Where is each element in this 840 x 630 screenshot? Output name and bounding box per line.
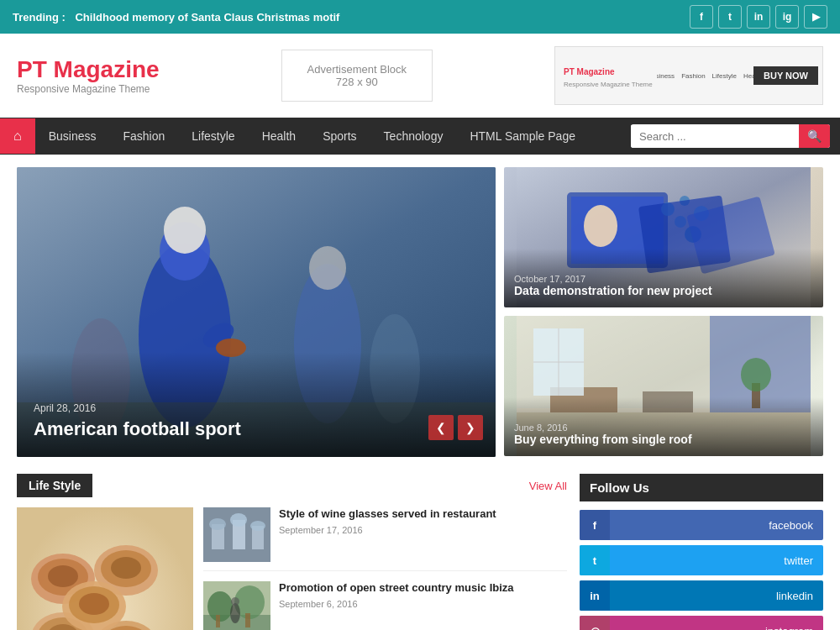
linkedin-icon: in — [580, 580, 610, 611]
main-content: April 28, 2016 American football sport ❮… — [0, 155, 840, 630]
hero-card-1[interactable]: October 17, 2017 Data demonstration for … — [504, 167, 823, 307]
hero-date: April 28, 2016 — [34, 402, 479, 414]
site-header: PT Magazine Responsive Magazine Theme Ad… — [0, 34, 840, 118]
pastry-svg — [17, 507, 193, 630]
social-top-twitter[interactable]: t — [718, 5, 742, 29]
svg-point-63 — [230, 603, 240, 623]
instagram-follow-btn[interactable]: ◎ instagram — [580, 616, 823, 630]
card1-title: Data demonstration for new project — [514, 284, 813, 297]
facebook-icon: f — [580, 510, 610, 540]
svg-point-56 — [250, 521, 265, 531]
social-top-linkedin[interactable]: in — [747, 5, 770, 29]
lifestyle-section: Life Style View All — [17, 474, 823, 630]
ad-line1: Advertisement Block — [307, 63, 407, 76]
nav-sports[interactable]: Sports — [309, 118, 370, 155]
svg-point-32 — [741, 358, 771, 391]
lifestyle-main: Life Style View All — [17, 474, 567, 630]
nav-health[interactable]: Health — [249, 118, 309, 155]
facebook-follow-btn[interactable]: f facebook — [580, 510, 823, 540]
hero-card-2-overlay: June 8, 2016 Buy everything from single … — [504, 397, 823, 456]
lifestyle-articles-list: Style of wine glasses served in restaura… — [203, 507, 567, 630]
sidebar: Follow Us f facebook t twitter in linked… — [580, 474, 823, 630]
twitter-follow-btn[interactable]: t twitter — [580, 545, 823, 575]
hero-overlay: April 28, 2016 American football sport — [17, 352, 496, 457]
hero-next-button[interactable]: ❯ — [458, 415, 483, 440]
svg-point-64 — [231, 597, 239, 606]
linkedin-follow-btn[interactable]: in linkedin — [580, 580, 823, 611]
nav-technology[interactable]: Technology — [370, 118, 457, 155]
header-preview: PT Magazine Responsive Magazine Theme Bu… — [554, 46, 823, 105]
svg-point-39 — [111, 557, 141, 579]
hero-card-1-overlay: October 17, 2017 Data demonstration for … — [504, 249, 823, 307]
card2-date: June 8, 2016 — [514, 423, 813, 433]
advertisement-block: Advertisement Block 728 x 90 — [281, 50, 433, 102]
article-info-2: Promotion of open street country music I… — [279, 581, 514, 609]
site-logo[interactable]: PT Magazine — [17, 56, 160, 83]
hero-right-cards: October 17, 2017 Data demonstration for … — [504, 167, 823, 457]
svg-point-7 — [309, 246, 346, 290]
svg-rect-62 — [245, 613, 250, 627]
social-icons-top: f t in ig ▶ — [690, 5, 827, 29]
list-item: Promotion of open street country music I… — [203, 581, 567, 630]
main-nav: ⌂ Business Fashion Lifestyle Health Spor… — [0, 118, 840, 155]
search-button[interactable]: 🔍 — [799, 124, 830, 148]
article-title-2[interactable]: Promotion of open street country music I… — [279, 581, 514, 596]
follow-us-header: Follow Us — [580, 474, 823, 501]
article-thumb-1-svg — [203, 507, 270, 562]
card1-date: October 17, 2017 — [514, 274, 813, 284]
social-top-facebook[interactable]: f — [690, 5, 713, 29]
svg-rect-61 — [216, 615, 220, 627]
lifestyle-header-bar: Life Style View All — [17, 474, 567, 497]
facebook-label: facebook — [610, 519, 823, 532]
article-thumb-2 — [203, 581, 270, 630]
twitter-icon: t — [580, 545, 610, 575]
article-info-1: Style of wine glasses served in restaura… — [279, 507, 496, 535]
hero-prev-button[interactable]: ❮ — [428, 415, 454, 440]
site-tagline: Responsive Magazine Theme — [17, 83, 160, 95]
nav-html-sample[interactable]: HTML Sample Page — [456, 118, 589, 155]
svg-point-48 — [79, 593, 109, 615]
instagram-icon: ◎ — [580, 616, 610, 630]
nav-fashion[interactable]: Fashion — [109, 118, 178, 155]
nav-search-box: 🔍 — [631, 124, 830, 148]
nav-lifestyle[interactable]: Lifestyle — [178, 118, 248, 155]
trending-content: Childhood memory of Santa Claus Christma… — [75, 11, 339, 24]
nav-business[interactable]: Business — [35, 118, 110, 155]
hero-navigation: ❮ ❯ — [428, 415, 483, 440]
trending-text: Trending : Childhood memory of Santa Cla… — [13, 11, 346, 24]
logo-area: PT Magazine Responsive Magazine Theme — [17, 56, 160, 95]
preview-buy-button[interactable]: BUY NOW — [753, 66, 818, 85]
nav-home-button[interactable]: ⌂ — [0, 118, 35, 154]
hero-section: April 28, 2016 American football sport ❮… — [17, 167, 823, 457]
hero-title: American football sport — [34, 418, 479, 440]
svg-point-36 — [48, 565, 78, 587]
trending-label: Trending : — [13, 11, 66, 24]
hero-main-article[interactable]: April 28, 2016 American football sport ❮… — [17, 167, 496, 457]
svg-point-14 — [584, 205, 617, 247]
article-title-1[interactable]: Style of wine glasses served in restaura… — [279, 507, 496, 522]
search-input[interactable] — [631, 125, 799, 148]
social-follow-list: f facebook t twitter in linkedin ◎ insta… — [580, 510, 823, 630]
trending-bar: Trending : Childhood memory of Santa Cla… — [0, 0, 840, 34]
svg-point-52 — [209, 518, 226, 530]
linkedin-label: linkedin — [610, 590, 823, 602]
article-thumb-2-svg — [203, 581, 270, 630]
lifestyle-main-image — [17, 507, 193, 630]
ad-line2: 728 x 90 — [307, 76, 407, 88]
instagram-label: instagram — [610, 625, 823, 631]
card2-title: Buy everything from single roof — [514, 433, 813, 446]
social-top-instagram[interactable]: ig — [775, 5, 799, 29]
article-thumb-1 — [203, 507, 270, 562]
svg-point-54 — [230, 513, 247, 527]
list-item: Style of wine glasses served in restaura… — [203, 507, 567, 571]
lifestyle-view-all[interactable]: View All — [529, 480, 567, 492]
social-top-youtube[interactable]: ▶ — [804, 5, 827, 29]
article-date-2: September 6, 2016 — [279, 599, 514, 609]
nav-links: Business Fashion Lifestyle Health Sports… — [35, 118, 621, 155]
twitter-label: twitter — [610, 554, 823, 567]
hero-card-2[interactable]: June 8, 2016 Buy everything from single … — [504, 316, 823, 456]
lifestyle-section-title: Life Style — [17, 474, 92, 497]
preview-logo: PT Magazine — [559, 63, 653, 81]
article-date-1: September 17, 2016 — [279, 525, 496, 535]
svg-point-3 — [164, 207, 206, 254]
